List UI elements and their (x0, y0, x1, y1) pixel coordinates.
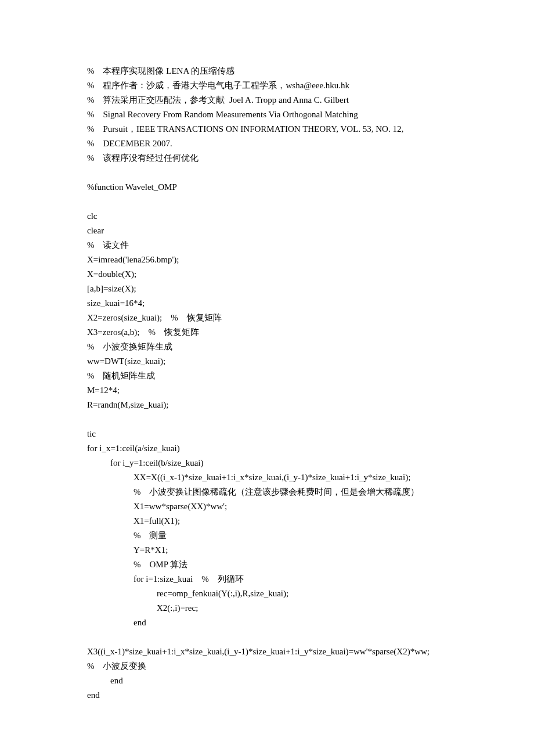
code-line: [a,b]=size(X); (87, 282, 464, 296)
code-line: X2(:,i)=rec; (87, 601, 464, 615)
code-line: Y=R*X1; (87, 543, 464, 557)
code-line: end (87, 674, 464, 688)
code-line (87, 412, 464, 427)
code-line: % 本程序实现图像 LENA 的压缩传感 (87, 64, 464, 78)
code-line: X=double(X); (87, 267, 464, 282)
code-line: R=randn(M,size_kuai); (87, 398, 464, 412)
code-line: clc (87, 209, 464, 224)
code-line: end (87, 688, 464, 703)
code-line: % 小波变换让图像稀疏化（注意该步骤会耗费时间，但是会增大稀疏度） (87, 485, 464, 499)
code-line: % 测量 (87, 528, 464, 543)
code-line: % OMP 算法 (87, 557, 464, 572)
code-line: ww=DWT(size_kuai); (87, 354, 464, 369)
code-line: % 读文件 (87, 238, 464, 253)
code-line: X1=ww*sparse(XX)*ww'; (87, 499, 464, 514)
code-line: for i_x=1:ceil(a/size_kuai) (87, 441, 464, 456)
code-line: X3((i_x-1)*size_kuai+1:i_x*size_kuai,(i_… (87, 645, 464, 659)
code-line: X1=full(X1); (87, 514, 464, 528)
code-line: XX=X((i_x-1)*size_kuai+1:i_x*size_kuai,(… (87, 470, 464, 485)
code-line: % Signal Recovery From Random Measuremen… (87, 107, 464, 122)
code-document: % 本程序实现图像 LENA 的压缩传感% 程序作者：沙威，香港大学电气电子工程… (0, 0, 534, 756)
code-line: clear (87, 224, 464, 238)
code-line: for i_y=1:ceil(b/size_kuai) (87, 456, 464, 470)
code-line: end (87, 615, 464, 630)
code-line (87, 630, 464, 645)
code-line (87, 165, 464, 180)
code-line: % Pursuit，IEEE TRANSACTIONS ON INFORMATI… (87, 122, 464, 136)
code-line: % 该程序没有经过任何优化 (87, 151, 464, 165)
code-line: % 小波反变换 (87, 659, 464, 674)
code-line: X3=zeros(a,b); % 恢复矩阵 (87, 325, 464, 340)
code-line: % 程序作者：沙威，香港大学电气电子工程学系，wsha@eee.hku.hk (87, 78, 464, 93)
code-line: X=imread('lena256.bmp'); (87, 253, 464, 267)
code-line (87, 195, 464, 209)
code-line: size_kuai=16*4; (87, 296, 464, 311)
code-line: % 随机矩阵生成 (87, 369, 464, 383)
code-line: tic (87, 427, 464, 441)
code-line: % 小波变换矩阵生成 (87, 340, 464, 354)
code-line: % 算法采用正交匹配法，参考文献 Joel A. Tropp and Anna … (87, 93, 464, 107)
code-line: X2=zeros(size_kuai); % 恢复矩阵 (87, 311, 464, 325)
code-line: for i=1:size_kuai % 列循环 (87, 572, 464, 586)
code-line: % DECEMBER 2007. (87, 136, 464, 151)
code-line: M=12*4; (87, 383, 464, 398)
code-line: %function Wavelet_OMP (87, 180, 464, 195)
code-line: rec=omp_fenkuai(Y(:,i),R,size_kuai); (87, 586, 464, 601)
